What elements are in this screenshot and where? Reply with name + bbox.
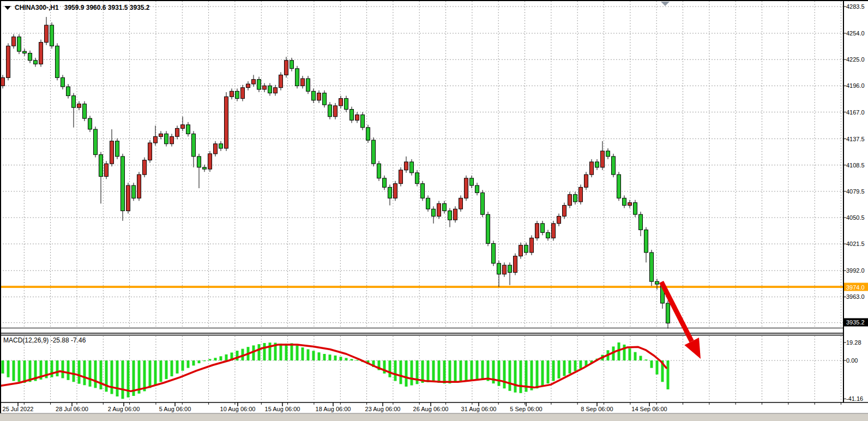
candle-body [328, 105, 332, 117]
macd-histogram-bar [558, 360, 560, 378]
candle-body [377, 164, 381, 178]
macd-histogram-bar [394, 360, 397, 381]
price-axis-label: 3992.0 [846, 267, 865, 274]
macd-histogram-bar [187, 360, 190, 368]
candle-body [94, 129, 98, 155]
candle-body [317, 93, 321, 100]
macd-histogram-bar [405, 360, 408, 387]
candle-body [230, 91, 234, 97]
macd-histogram-bar [318, 352, 321, 360]
candle-body [257, 80, 261, 89]
chart-shift-marker-icon[interactable] [661, 2, 670, 6]
macd-histogram-bar [154, 360, 157, 384]
candle-body [437, 203, 441, 216]
price-axis-label: 4021.5 [846, 240, 865, 247]
candle-body [45, 25, 49, 43]
candle-body [644, 230, 648, 253]
candle-body [508, 265, 512, 272]
candle-body [432, 209, 436, 216]
candle-body [655, 281, 659, 284]
macd-histogram-bar [302, 347, 304, 360]
candle-body [236, 91, 239, 98]
candle-body [612, 157, 616, 175]
candle-body [443, 203, 447, 211]
macd-histogram-bar [13, 360, 15, 381]
date-axis-label: 31 Aug 06:00 [461, 406, 497, 412]
candle-body [285, 61, 288, 75]
candle-body [535, 224, 539, 238]
candle-body [50, 25, 54, 46]
candle-body [361, 115, 365, 128]
macd-histogram-bar [329, 354, 331, 360]
candle-body [552, 224, 556, 238]
candle-body [514, 256, 517, 273]
macd-histogram-bar [563, 360, 566, 376]
price-axis-label: 3963.0 [846, 293, 865, 300]
candle-body [470, 178, 474, 185]
date-axis-label: 5 Aug 06:00 [159, 406, 191, 412]
candle-body [590, 162, 594, 175]
candle-body [574, 195, 577, 202]
macd-histogram-bar [465, 360, 468, 382]
candle-body [121, 157, 125, 211]
candle-body [17, 37, 21, 52]
date-axis-label: 28 Jul 06:00 [56, 406, 88, 412]
macd-histogram-bar [629, 348, 631, 360]
candle-body [274, 88, 278, 93]
macd-axis-label: -41.16 [846, 395, 863, 402]
candle-body [225, 97, 228, 148]
macd-histogram-bar [83, 360, 86, 385]
ohlc-values-label: 3959.9 3960.6 3931.5 3935.2 [64, 4, 150, 11]
candle-body [159, 134, 163, 136]
macd-histogram-bar [18, 360, 21, 382]
date-axis-label: 8 Sep 06:00 [581, 406, 613, 412]
macd-histogram-bar [122, 360, 124, 399]
macd-histogram-bar [263, 343, 266, 360]
candle-body [415, 173, 419, 184]
time-axis[interactable]: 25 Jul 202228 Jul 06:002 Aug 06:005 Aug … [0, 402, 844, 413]
candle-body [563, 206, 566, 216]
candle-body [296, 69, 299, 86]
macd-histogram-bar [580, 360, 582, 369]
macd-histogram-bar [280, 344, 282, 360]
window-bottom-strip [0, 413, 868, 421]
candle-body [61, 77, 65, 87]
macd-histogram-bar [203, 360, 206, 361]
candle-body [197, 157, 201, 167]
candle-body [208, 154, 212, 169]
price-axis-label: 4050.5 [846, 214, 865, 221]
candle-body [148, 143, 152, 160]
candle-body [263, 86, 267, 89]
candle-body [481, 193, 485, 214]
candle-body [28, 53, 32, 61]
macd-histogram-bar [105, 360, 108, 392]
candle-body [56, 46, 59, 77]
macd-histogram-bar [574, 360, 577, 371]
candle-body [410, 162, 414, 173]
candle-body [426, 198, 430, 209]
macd-histogram-bar [89, 360, 92, 387]
price-axis-label: 4225.0 [846, 56, 865, 63]
candle-body [601, 151, 605, 167]
price-axis[interactable]: 4283.54254.04225.04196.04167.04137.54108… [844, 0, 868, 413]
macd-histogram-bar [432, 360, 435, 382]
macd-histogram-bar [476, 360, 479, 380]
macd-histogram-bar [427, 360, 430, 382]
candle-body [492, 243, 496, 263]
macd-histogram-bar [160, 360, 162, 382]
macd-histogram-bar [2, 360, 4, 374]
macd-histogram-bar [258, 344, 261, 360]
macd-histogram-bar [176, 360, 179, 374]
candle-body [252, 80, 256, 84]
candle-body [606, 151, 610, 157]
date-axis-label: 2 Aug 06:00 [108, 406, 140, 412]
macd-histogram-bar [214, 358, 217, 360]
macd-histogram-bar [340, 357, 342, 360]
candle-body [34, 61, 38, 64]
chart-canvas[interactable] [0, 0, 868, 421]
symbol-dropdown-icon[interactable] [4, 6, 11, 10]
macd-histogram-bar [449, 360, 451, 383]
candle-body [557, 216, 561, 224]
candle-body [110, 141, 114, 164]
candle-body [579, 187, 583, 202]
